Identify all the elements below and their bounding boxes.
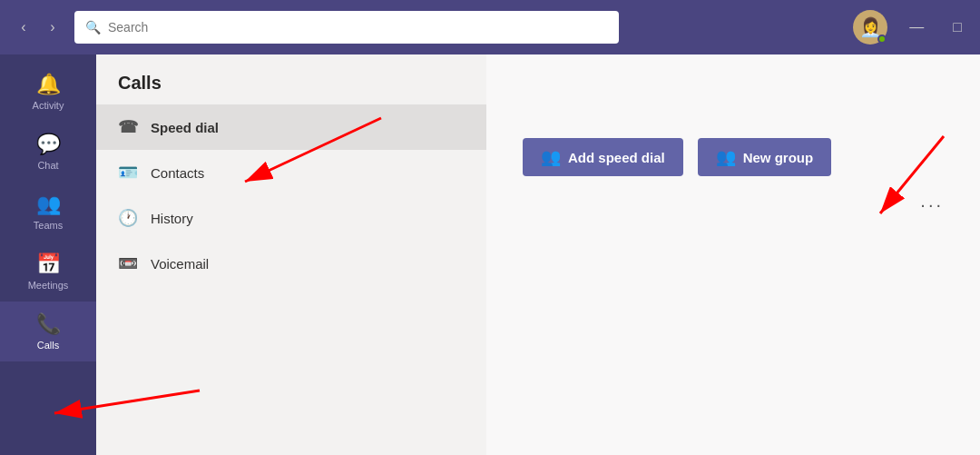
teams-icon: 👥: [36, 193, 61, 216]
titlebar-right: 👩‍💼 — □: [853, 10, 969, 45]
maximize-button[interactable]: □: [946, 15, 969, 39]
left-panel: Calls ☎ Speed dial 🪪 Contacts 🕐 History …: [96, 54, 486, 455]
nav-item-contacts[interactable]: 🪪 Contacts: [96, 150, 486, 195]
sidebar-item-label: Calls: [37, 340, 59, 351]
sidebar-item-activity[interactable]: 🔔 Activity: [0, 62, 96, 122]
chat-icon: 💬: [36, 133, 61, 156]
sidebar: 🔔 Activity 💬 Chat 👥 Teams 📅 Meetings 📞 C…: [0, 54, 96, 455]
history-nav-icon: 🕐: [118, 208, 138, 228]
sidebar-item-label: Chat: [37, 160, 58, 171]
avatar: 👩‍💼: [853, 10, 887, 45]
nav-buttons: ‹ ›: [11, 15, 65, 40]
nav-item-history[interactable]: 🕐 History: [96, 195, 486, 241]
minimize-button[interactable]: —: [902, 15, 931, 39]
action-buttons: 👥 Add speed dial 👥 New group: [523, 138, 831, 176]
calls-icon: 📞: [36, 312, 61, 336]
search-bar[interactable]: 🔍: [74, 11, 619, 44]
sidebar-item-label: Activity: [33, 100, 64, 111]
add-speed-dial-icon: 👥: [541, 147, 561, 167]
contacts-nav-label: Contacts: [151, 165, 204, 181]
right-panel: 👥 Add speed dial 👥 New group ···: [486, 54, 980, 455]
back-button[interactable]: ‹: [11, 15, 36, 40]
search-icon: 🔍: [85, 20, 101, 35]
speed-dial-nav-label: Speed dial: [151, 120, 219, 135]
meetings-icon: 📅: [36, 252, 61, 276]
sidebar-item-teams[interactable]: 👥 Teams: [0, 182, 96, 242]
titlebar: ‹ › 🔍 👩‍💼 — □: [0, 0, 980, 54]
sidebar-item-label: Meetings: [28, 280, 69, 291]
speed-dial-nav-icon: ☎: [118, 117, 138, 137]
new-group-button[interactable]: 👥 New group: [698, 138, 832, 176]
page-title: Calls: [96, 54, 486, 104]
search-input[interactable]: [108, 20, 608, 35]
new-group-label: New group: [743, 150, 814, 165]
contacts-nav-icon: 🪪: [118, 163, 138, 183]
new-group-icon: 👥: [716, 147, 736, 167]
voicemail-nav-icon: 📼: [118, 253, 138, 273]
sidebar-item-meetings[interactable]: 📅 Meetings: [0, 242, 96, 302]
forward-button[interactable]: ›: [40, 15, 65, 40]
history-nav-label: History: [151, 211, 193, 226]
more-options-button[interactable]: ···: [920, 194, 944, 215]
voicemail-nav-label: Voicemail: [151, 256, 209, 272]
sidebar-item-label: Teams: [34, 220, 63, 231]
activity-icon: 🔔: [36, 73, 61, 96]
add-speed-dial-button[interactable]: 👥 Add speed dial: [523, 138, 683, 176]
sidebar-item-calls[interactable]: 📞 Calls: [0, 302, 96, 361]
add-speed-dial-label: Add speed dial: [568, 150, 665, 165]
main-content: 🔔 Activity 💬 Chat 👥 Teams 📅 Meetings 📞 C…: [0, 54, 980, 455]
nav-item-speed-dial[interactable]: ☎ Speed dial: [96, 104, 486, 150]
sidebar-item-chat[interactable]: 💬 Chat: [0, 122, 96, 182]
nav-item-voicemail[interactable]: 📼 Voicemail: [96, 241, 486, 286]
avatar-status-indicator: [877, 35, 887, 44]
calls-nav-list: ☎ Speed dial 🪪 Contacts 🕐 History 📼 Voic…: [96, 104, 486, 286]
